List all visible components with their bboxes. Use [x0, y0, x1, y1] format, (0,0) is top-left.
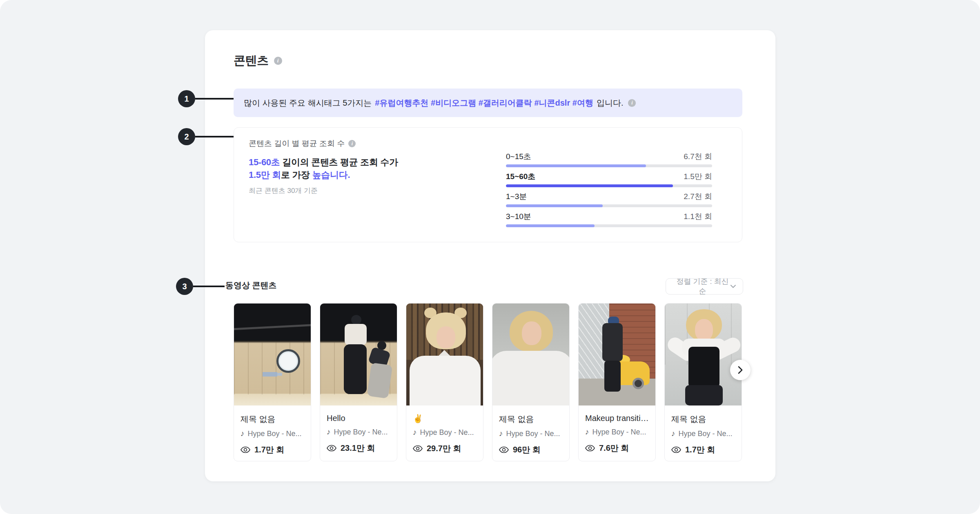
length-views-bar-chart: 0~15초 6.7천 회 15~60초 1.5만 회 1~3분 2.7천 회 — [506, 151, 712, 231]
thumb-shape — [263, 372, 277, 377]
music-note-icon: ♪ — [499, 429, 503, 438]
video-card-body: Makeup transition ♪ Hype Boy - Ne... 7.6… — [579, 414, 655, 454]
chart-value-label: 2.7천 회 — [684, 191, 712, 202]
chart-category-label: 3~10분 — [506, 211, 531, 222]
video-views-row: 7.6만 회 — [585, 443, 649, 454]
video-card[interactable]: 제목 없음 ♪ Hype Boy - Ne... 1.7만 회 — [664, 303, 742, 461]
video-card-body: Hello ♪ Hype Boy - Ne... 23.1만 회 — [320, 414, 397, 454]
annotation-line-2 — [195, 136, 234, 137]
thumb-shape — [344, 344, 367, 394]
chart-row: 1~3분 2.7천 회 — [506, 191, 712, 207]
chart-category-label: 0~15초 — [506, 151, 531, 162]
thumb-shape — [685, 385, 723, 405]
thumb-shape — [345, 324, 367, 345]
hashtag-links[interactable]: #유럽여행추천 #비디오그램 #갤러리어클락 #니콘dslr #여행 — [375, 97, 593, 109]
music-note-icon: ♪ — [241, 429, 245, 438]
video-song-row: ♪ Hype Boy - Ne... — [671, 429, 735, 438]
video-song: Hype Boy - Ne... — [679, 430, 733, 438]
chevron-right-icon — [737, 366, 743, 374]
thumb-shape — [688, 347, 719, 388]
video-title: 제목 없음 — [671, 414, 735, 425]
avg-views-card-header: 콘텐츠 길이 별 평균 조회 수 i — [249, 138, 477, 149]
video-views: 29.7만 회 — [427, 443, 461, 454]
video-thumbnail[interactable] — [406, 304, 483, 405]
video-card-body: 제목 없음 ♪ Hype Boy - Ne... 1.7만 회 — [234, 414, 311, 455]
video-views: 96만 회 — [513, 444, 541, 455]
video-views-row: 96만 회 — [499, 444, 563, 455]
video-card-body: 제목 없음 ♪ Hype Boy - Ne... 96만 회 — [492, 414, 569, 455]
thumb-shape — [234, 323, 311, 330]
video-card[interactable]: Hello ♪ Hype Boy - Ne... 23.1만 회 — [320, 303, 397, 461]
thumb-shape — [608, 317, 619, 323]
video-card[interactable]: 제목 없음 ♪ Hype Boy - Ne... 1.7만 회 — [234, 303, 311, 461]
thumb-shape — [351, 315, 361, 325]
video-thumbnail[interactable] — [234, 304, 311, 405]
headline-accent-duration: 15-60초 — [249, 157, 280, 167]
avg-views-caption: 최근 콘텐츠 30개 기준 — [249, 186, 477, 195]
thumb-shape — [633, 378, 644, 389]
panel-title-row: 콘텐츠 i — [234, 53, 282, 69]
chart-category-label: 15~60초 — [506, 171, 535, 182]
chart-value-label: 6.7천 회 — [684, 151, 712, 162]
video-song: Hype Boy - Ne... — [248, 430, 302, 438]
avg-views-card-title: 콘텐츠 길이 별 평균 조회 수 — [249, 138, 345, 149]
chart-row: 15~60초 1.5만 회 — [506, 171, 712, 187]
avg-views-by-length-card: 콘텐츠 길이 별 평균 조회 수 i 15-60초 길이의 콘텐츠 평균 조회 … — [234, 127, 742, 242]
hashtag-info-icon[interactable]: i — [628, 99, 636, 107]
video-thumbnail[interactable] — [579, 304, 655, 405]
content-analytics-screen: 1 2 3 콘텐츠 i 많이 사용된 주요 해시태그 5가지는 #유럽여행추천 … — [0, 0, 980, 514]
chart-category-label: 1~3분 — [506, 191, 527, 202]
page-title: 콘텐츠 — [234, 53, 269, 69]
chevron-down-icon — [730, 284, 736, 288]
annotation-line-1 — [195, 98, 234, 100]
video-thumbnail[interactable] — [492, 304, 569, 405]
music-note-icon: ♪ — [585, 428, 589, 436]
video-thumbnail[interactable] — [665, 304, 742, 405]
eye-icon — [585, 445, 595, 452]
eye-icon — [413, 445, 423, 452]
sort-dropdown[interactable]: 정렬 기준 : 최신순 — [666, 278, 743, 295]
video-card-body: 제목 없음 ♪ Hype Boy - Ne... 1.7만 회 — [665, 414, 742, 455]
avg-views-info-icon[interactable]: i — [348, 140, 356, 147]
thumb-shape — [437, 326, 455, 348]
thumb-shape — [604, 361, 621, 392]
chart-row: 0~15초 6.7천 회 — [506, 151, 712, 167]
video-views: 23.1만 회 — [341, 443, 375, 454]
video-views-row: 1.7만 회 — [241, 444, 304, 455]
video-card[interactable]: 제목 없음 ♪ Hype Boy - Ne... 96만 회 — [492, 303, 570, 461]
annotation-badge-3: 3 — [176, 278, 193, 295]
thumb-shape — [276, 349, 300, 373]
carousel-next-button[interactable] — [730, 360, 751, 380]
thumb-shape — [522, 321, 541, 345]
headline-text: 길이의 콘텐츠 평균 조회 수가 — [280, 157, 398, 167]
video-song: Hype Boy - Ne... — [506, 430, 560, 438]
title-info-icon[interactable]: i — [274, 57, 282, 65]
video-views-row: 1.7만 회 — [671, 444, 735, 455]
chart-bar — [506, 224, 595, 227]
thumb-shape — [410, 356, 481, 405]
video-title: Makeup transition — [585, 414, 649, 423]
video-thumbnail[interactable] — [320, 304, 397, 405]
video-song: Hype Boy - Ne... — [592, 428, 646, 436]
hashtag-banner-suffix: 입니다. — [597, 97, 624, 109]
music-note-icon: ♪ — [671, 429, 675, 438]
music-note-icon: ♪ — [327, 428, 331, 436]
video-section-title: 동영상 콘텐츠 — [225, 280, 277, 291]
headline-accent-views: 1.5만 회 — [249, 170, 281, 180]
thumb-shape — [492, 351, 569, 405]
annotation-badge-1: 1 — [178, 90, 195, 107]
video-views-row: 29.7만 회 — [413, 443, 477, 454]
video-views: 1.7만 회 — [254, 444, 284, 455]
eye-icon — [671, 446, 681, 453]
video-song-row: ♪ Hype Boy - Ne... — [327, 428, 390, 436]
headline-text-2: 로 가장 — [281, 170, 312, 180]
chart-track — [506, 224, 712, 227]
video-card-body: ✌️ ♪ Hype Boy - Ne... 29.7만 회 — [406, 414, 483, 454]
video-card[interactable]: Makeup transition ♪ Hype Boy - Ne... 7.6… — [578, 303, 656, 461]
video-card[interactable]: ✌️ ♪ Hype Boy - Ne... 29.7만 회 — [406, 303, 483, 461]
eye-icon — [327, 445, 336, 452]
annotation-line-3 — [193, 286, 225, 287]
sort-dropdown-label: 정렬 기준 : 최신순 — [675, 277, 730, 296]
chart-track — [506, 164, 712, 167]
annotation-badge-2: 2 — [178, 128, 195, 145]
